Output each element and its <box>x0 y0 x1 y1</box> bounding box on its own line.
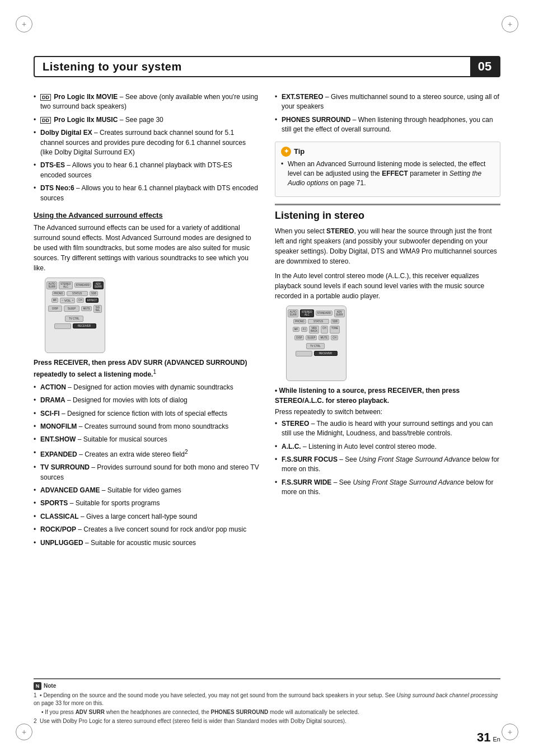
press-instruction-left: Press RECEIVER, then press ADV SURR (ADV… <box>34 358 259 379</box>
bullet-drama: DRAMA – Designed for movies with lots of… <box>34 396 259 405</box>
bullet-dts-es: DTS-ES – Allows you to hear 6.1 channel … <box>34 161 259 180</box>
rbtn2-blank <box>296 351 312 356</box>
rbtn-vol-group: –VOL+ <box>60 298 75 303</box>
bullet-tv-surround: TV SURROUND – Provides surround sound fo… <box>34 463 259 482</box>
rbtn2-tone: TONE <box>330 326 340 334</box>
rbtn2-disp: DISP <box>294 335 304 340</box>
rbtn2-stereo: STEREOALC <box>300 309 314 317</box>
bullet-fs-surr-wide: F.S.SURR WIDE – See Using Front Stage Su… <box>275 478 500 497</box>
bullet-dts-neo: DTS Neo:6 – Allows you to hear 6.1 chann… <box>34 184 259 203</box>
rbtn-standard: STANDARD <box>74 283 91 288</box>
rbtn-receiver-left: RECEIVER <box>73 323 96 328</box>
rbtn2-fi: F.I <box>301 327 307 332</box>
note-item-3: 2 Use with Dolby Pro Logic for a stereo … <box>34 717 500 725</box>
stereo-para2: In the Auto level control stereo mode (A… <box>275 271 500 301</box>
rbtn2-tv-ctrl: TV CTRL <box>306 343 325 349</box>
note-icon: N <box>34 682 41 690</box>
rbtn2-phono: PHONO <box>293 319 306 324</box>
remote-control-right: AUTOSURR STEREOALC STANDARD ADVSURR PHON… <box>286 306 346 381</box>
bullet-action: ACTION – Designed for action movies with… <box>34 383 259 392</box>
rbtn-mf: MF <box>51 298 59 303</box>
note-box: N Note 1 • Depending on the source and t… <box>34 678 500 725</box>
bullet-classical: CLASSICAL – Gives a large concert hall-t… <box>34 512 259 522</box>
rbtn-phono: PHONO <box>52 291 65 296</box>
content-area: DD Pro Logic IIx MOVIE – See above (only… <box>34 87 500 706</box>
tip-title: ✦ Tip <box>281 147 494 157</box>
dolby-logo-movie: DD <box>40 94 51 101</box>
stereo-heading: Listening in stereo <box>275 204 500 222</box>
corner-mark-br <box>502 724 518 740</box>
bullet-sports: SPORTS – Suitable for sports programs <box>34 499 259 508</box>
adv-surround-heading: Using the Advanced surround effects <box>34 211 259 219</box>
rbtn2-mf: MF <box>293 327 300 332</box>
press-sub: Press repeatedly to switch between: <box>275 408 500 416</box>
rbtn-tv-ctrl: TV CTRL <box>65 316 83 322</box>
dolby-logo-music: DD <box>40 117 51 124</box>
rbtn-auto: AUTOSURR <box>46 281 57 289</box>
bullet-rock-pop: ROCK/POP – Creates a live concert sound … <box>34 525 259 534</box>
rbtn2-nra: NRABACK <box>309 326 319 334</box>
bullet-sci-fi: SCI-FI – Designed for science fiction wi… <box>34 409 259 419</box>
header-bar: Listening to your system 05 <box>34 56 500 77</box>
rbtn-sleep: SLEEP <box>64 306 80 312</box>
rbtn2-ch: CH <box>321 326 328 334</box>
rbtn-adv-surr: ADVSURR <box>93 281 104 289</box>
press-instruction-right: • While listening to a source, press REC… <box>275 386 500 406</box>
rbtn-blank <box>54 323 71 329</box>
adv-surround-intro: The Advanced surround effects can be use… <box>34 223 259 273</box>
bullet-monofilm: MONOFILM – Creates surround sound from m… <box>34 422 259 431</box>
bullet-pro-logic-movie: DD Pro Logic IIx MOVIE – See above (only… <box>34 92 259 112</box>
bullet-stereo: STEREO – The audio is heard with your su… <box>275 419 500 439</box>
remote-control-left: AUTOSURR STEREOALC STANDARD ADVSURR PHON… <box>45 278 105 353</box>
bullet-expanded: EXPANDED – Creates an extra wide stereo … <box>34 448 259 459</box>
rbtn2-ch2: CH <box>331 335 338 340</box>
bullet-phones-surround: PHONES SURROUND – When listening through… <box>275 115 500 135</box>
bullet-ext-stereo: EXT.STEREO – Gives multichannel sound to… <box>275 92 500 112</box>
bullet-pro-logic-music: DD Pro Logic IIx MUSIC – See page 30 <box>34 115 259 125</box>
tip-content: When an Advanced Surround listening mode… <box>281 159 494 189</box>
note-item-1: 1 • Depending on the source and the soun… <box>34 692 500 707</box>
rbtn2-sdb: SDB <box>331 319 339 324</box>
corner-mark-bl <box>16 724 32 740</box>
page-number: 31 <box>477 730 490 745</box>
bullet-alc: A.L.C. – Listening in Auto level control… <box>275 442 500 452</box>
note-label: N Note <box>34 682 500 690</box>
chapter-number: 05 <box>470 56 499 77</box>
rbtn2-receiver: RECEIVER <box>314 351 338 356</box>
rbtn-eff: EFFECT <box>86 298 99 303</box>
rbtn-signal: SIGSEL <box>93 305 102 313</box>
note-item-2: • If you press ADV SURR when the headpho… <box>34 708 500 716</box>
bullet-ent-show: ENT.SHOW – Suitable for musical sources <box>34 435 259 444</box>
page-number-box: 31 En <box>477 730 500 745</box>
rbtn2-auto: AUTOSURR <box>288 309 298 317</box>
rbtn2-standard: STANDARD <box>316 311 332 316</box>
tip-icon: ✦ <box>281 147 291 157</box>
page-title: Listening to your system <box>43 60 182 73</box>
bullet-advanced-game: ADVANCED GAME – Suitable for video games <box>34 486 259 495</box>
corner-mark-tl <box>16 16 32 32</box>
rbtn2-mute: MUTE <box>318 335 329 340</box>
rbtn-disp: DISP <box>48 306 62 312</box>
bullet-unplugged: UNPLUGGED – Suitable for acoustic music … <box>34 538 259 548</box>
tip-label: Tip <box>294 147 305 156</box>
left-column: DD Pro Logic IIx MOVIE – See above (only… <box>34 87 259 706</box>
rbtn-mute: MUTE <box>81 306 92 311</box>
rbtn2-adv-surr: ADVSURR <box>334 309 345 317</box>
stereo-para1: When you select STEREO, you will hear th… <box>275 226 500 266</box>
bullet-dolby-ex: Dolby Digital EX – Creates surround back… <box>34 128 259 157</box>
tip-box: ✦ Tip When an Advanced Surround listenin… <box>275 142 500 197</box>
rbtn-ch: CH <box>77 298 84 303</box>
rbtn-status: STATUS <box>67 291 88 296</box>
rbtn2-status: STATUS <box>308 319 329 324</box>
bullet-fs-surr-focus: F.S.SURR FOCUS – See Using Front Stage S… <box>275 455 500 475</box>
rbtn-sdb: SDB <box>90 291 98 296</box>
note-text: Note <box>44 682 56 690</box>
right-column: EXT.STEREO – Gives multichannel sound to… <box>275 87 500 706</box>
page-lang: En <box>493 736 500 743</box>
rbtn-stereo: STEREOALC <box>59 281 73 289</box>
corner-mark-tr <box>502 16 518 32</box>
rbtn2-sleep: SLEEP <box>306 335 317 340</box>
